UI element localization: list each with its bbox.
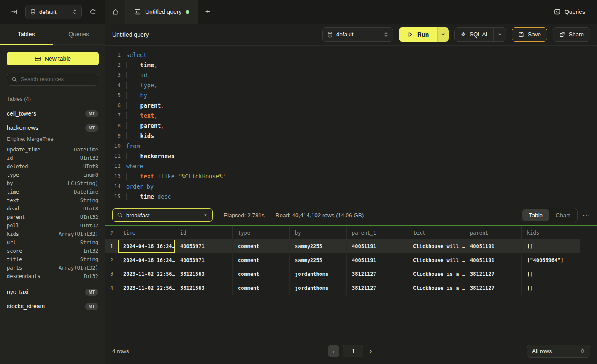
save-button[interactable]: Save bbox=[512, 27, 547, 42]
run-dropdown-chevron-icon[interactable] bbox=[437, 27, 449, 42]
schema-column[interactable]: textString bbox=[0, 196, 105, 205]
table-cell[interactable]: 2023-11-02 22:56… bbox=[118, 281, 175, 295]
search-resources-input[interactable] bbox=[21, 76, 95, 82]
table-cell[interactable]: 40051191 bbox=[347, 253, 408, 267]
queries-button[interactable]: Queries bbox=[554, 8, 585, 15]
schema-column[interactable]: descendantsInt32 bbox=[0, 272, 105, 280]
table-cell[interactable]: [] bbox=[522, 267, 580, 281]
table-cell[interactable]: comment bbox=[233, 240, 290, 253]
table-cell[interactable]: 40051191 bbox=[347, 240, 408, 253]
schema-column[interactable]: partsArray(UInt32) bbox=[0, 264, 105, 272]
table-cell[interactable]: 40053971 bbox=[175, 240, 233, 253]
table-cell[interactable]: Clickhouse will … bbox=[408, 240, 465, 253]
sidebar-tab-queries[interactable]: Queries bbox=[53, 24, 105, 44]
schema-column[interactable]: deadUInt8 bbox=[0, 205, 105, 213]
table-cell[interactable]: 38121127 bbox=[347, 267, 408, 281]
column-type: UInt32 bbox=[80, 155, 98, 161]
schema-column[interactable]: timeDateTime bbox=[0, 188, 105, 196]
schema-column[interactable]: urlString bbox=[0, 238, 105, 247]
view-tab-chart[interactable]: Chart bbox=[549, 209, 576, 221]
sidebar-table-item[interactable]: nyc_taxiMT bbox=[0, 285, 105, 299]
sql-ai-chevron-icon[interactable] bbox=[493, 28, 506, 41]
schema-column[interactable]: kidsArray(UInt32) bbox=[0, 230, 105, 238]
new-tab-icon[interactable]: + bbox=[198, 0, 217, 24]
table-cell[interactable]: 38121127 bbox=[465, 267, 522, 281]
sql-editor[interactable]: 1select2 time,3 id,4 type,5 by,6 parent,… bbox=[105, 46, 597, 205]
query-database-selector[interactable]: default bbox=[322, 27, 393, 42]
column-type: Int32 bbox=[83, 273, 98, 279]
column-header[interactable]: kids bbox=[522, 226, 580, 240]
table-cell[interactable]: [] bbox=[522, 240, 580, 253]
home-tab[interactable] bbox=[105, 0, 126, 24]
column-header[interactable]: time bbox=[118, 226, 175, 240]
ellipsis-icon[interactable]: ⋯ bbox=[583, 211, 590, 220]
run-button[interactable]: Run bbox=[399, 27, 437, 42]
schema-column[interactable]: typeEnum8 bbox=[0, 171, 105, 179]
sidebar-table-item[interactable]: stocks_streamMT bbox=[0, 299, 105, 313]
column-header[interactable]: parent bbox=[465, 226, 522, 240]
table-cell[interactable]: Clickhouse will … bbox=[408, 253, 465, 267]
share-button[interactable]: Share bbox=[553, 27, 590, 42]
sidebar-table-item[interactable]: cell_towersMT bbox=[0, 106, 105, 121]
column-header[interactable]: # bbox=[105, 226, 118, 240]
schema-column[interactable]: pollUInt32 bbox=[0, 221, 105, 230]
table-cell[interactable]: jordanthoms bbox=[290, 267, 347, 281]
table-cell[interactable]: 40053971 bbox=[175, 253, 233, 267]
column-type: LC(String) bbox=[68, 181, 98, 186]
code-line: 15 time desc bbox=[105, 191, 597, 202]
column-header[interactable]: parent_1 bbox=[347, 226, 408, 240]
column-header[interactable]: text bbox=[408, 226, 465, 240]
chevron-left-icon[interactable]: ‹ bbox=[328, 345, 339, 357]
row-number-cell[interactable]: 4 bbox=[105, 281, 118, 295]
sql-ai-button[interactable]: ❖ SQL AI bbox=[454, 27, 506, 42]
table-cell[interactable]: Clickhouse is a … bbox=[408, 267, 465, 281]
table-cell[interactable]: comment bbox=[233, 267, 290, 281]
table-cell[interactable]: Clickhouse is a … bbox=[408, 281, 465, 295]
page-number[interactable]: 1 bbox=[343, 345, 363, 357]
page-size-selector[interactable]: All rows bbox=[527, 345, 590, 358]
column-header[interactable]: type bbox=[233, 226, 290, 240]
column-name: score bbox=[7, 248, 22, 254]
table-cell[interactable]: comment bbox=[233, 281, 290, 295]
column-header[interactable]: id bbox=[175, 226, 233, 240]
schema-column[interactable]: titleString bbox=[0, 255, 105, 264]
database-selector[interactable]: default bbox=[25, 5, 82, 19]
chevron-right-icon[interactable]: › bbox=[367, 347, 374, 355]
schema-column[interactable]: update_timeDateTime bbox=[0, 146, 105, 154]
clear-search-icon[interactable]: × bbox=[203, 212, 208, 218]
table-cell[interactable]: [] bbox=[522, 281, 580, 295]
new-table-button[interactable]: New table bbox=[7, 52, 99, 65]
column-header[interactable]: by bbox=[290, 226, 347, 240]
row-number-cell[interactable]: 2 bbox=[105, 253, 118, 267]
table-cell[interactable]: 40051191 bbox=[465, 253, 522, 267]
table-cell[interactable]: 38121563 bbox=[175, 281, 233, 295]
schema-column[interactable]: byLC(String) bbox=[0, 179, 105, 188]
refresh-icon[interactable] bbox=[88, 7, 98, 17]
table-cell[interactable]: 38121127 bbox=[465, 281, 522, 295]
tab-untitled-query[interactable]: Untitled query bbox=[126, 0, 198, 24]
schema-column[interactable]: parentUInt32 bbox=[0, 213, 105, 221]
table-cell[interactable]: sammy2255 bbox=[290, 253, 347, 267]
collapse-sidebar-icon[interactable] bbox=[9, 7, 19, 17]
table-cell[interactable]: comment bbox=[233, 253, 290, 267]
table-cell[interactable]: 38121563 bbox=[175, 267, 233, 281]
table-cell[interactable]: sammy2255 bbox=[290, 240, 347, 253]
engine-badge: MT bbox=[85, 303, 98, 310]
table-cell[interactable]: 2023-11-02 22:56… bbox=[118, 267, 175, 281]
sidebar-tab-tables[interactable]: Tables bbox=[0, 24, 53, 44]
table-cell[interactable]: 40051191 bbox=[465, 240, 522, 253]
code-line: 13 text ilike '%ClickHouse%' bbox=[105, 171, 597, 181]
table-cell[interactable]: 2024-04-16 16:24… bbox=[118, 240, 175, 253]
row-number-cell[interactable]: 1 bbox=[105, 240, 118, 253]
sidebar-table-item[interactable]: hackernewsMT bbox=[0, 121, 105, 135]
schema-column[interactable]: scoreInt32 bbox=[0, 247, 105, 255]
table-cell[interactable]: jordanthoms bbox=[290, 281, 347, 295]
row-number-cell[interactable]: 3 bbox=[105, 267, 118, 281]
view-tab-table[interactable]: Table bbox=[522, 209, 549, 221]
schema-column[interactable]: idUInt32 bbox=[0, 154, 105, 162]
table-cell[interactable]: ["40066964"] bbox=[522, 253, 580, 267]
table-cell[interactable]: 2024-04-16 16:24… bbox=[118, 253, 175, 267]
schema-column[interactable]: deletedUInt8 bbox=[0, 162, 105, 171]
table-cell[interactable]: 38121127 bbox=[347, 281, 408, 295]
results-search-input[interactable] bbox=[126, 212, 200, 218]
